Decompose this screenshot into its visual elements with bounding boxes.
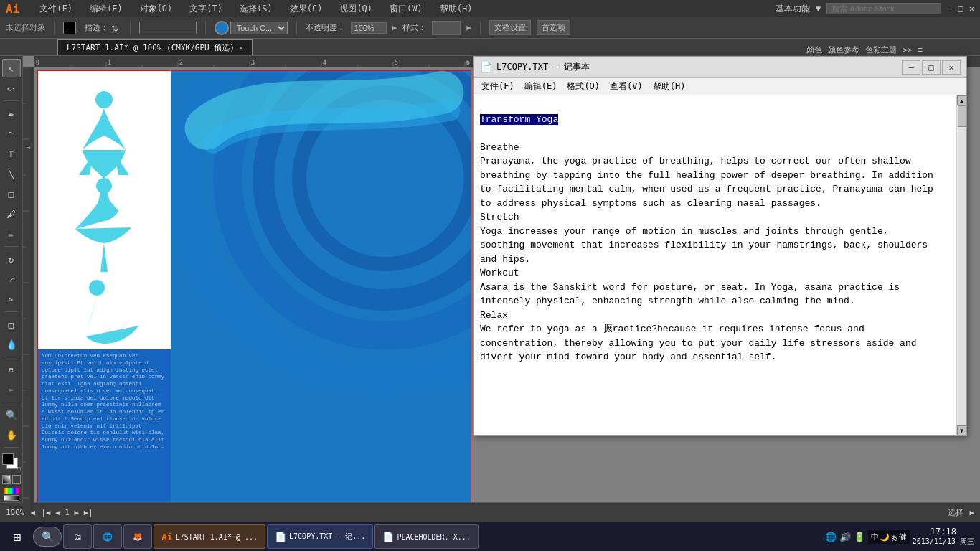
- opacity-arrow[interactable]: ▶: [392, 23, 397, 32]
- notepad-scrollbar[interactable]: ▲ ▼: [956, 95, 966, 435]
- text-block-overlay: Num doloreetum ven esequam ver suscipist…: [38, 349, 171, 511]
- notepad-restore-btn[interactable]: □: [922, 60, 941, 75]
- hand-tool[interactable]: ✋: [2, 425, 21, 444]
- preferences-btn[interactable]: 首选项: [537, 20, 570, 35]
- color-panel-label[interactable]: 颜色: [806, 44, 822, 55]
- color-swatches[interactable]: ⬚: [2, 453, 21, 472]
- tab-close-btn[interactable]: ✕: [239, 44, 243, 52]
- page-prev-step[interactable]: ◀: [55, 508, 60, 517]
- scroll-thumb[interactable]: [958, 105, 966, 127]
- menu-view[interactable]: 视图(Q): [336, 1, 375, 17]
- doc-settings-btn[interactable]: 文档设置: [489, 20, 531, 35]
- rotate-tool[interactable]: ↻: [2, 250, 21, 268]
- notepad-content[interactable]: Transform Yoga Breathe Pranayama, the yo…: [474, 95, 956, 435]
- pen-tool[interactable]: ✒: [2, 104, 21, 123]
- menu-effect[interactable]: 效果(C): [287, 1, 326, 17]
- slice-tool[interactable]: ✄: [2, 380, 21, 399]
- swatch-reset[interactable]: ⬚: [17, 466, 21, 472]
- taskbar-files-btn[interactable]: 🗂: [63, 524, 92, 549]
- page-number: 1: [65, 508, 70, 517]
- start-button[interactable]: ⊞: [3, 524, 32, 549]
- panel-expand-btn[interactable]: >>: [903, 45, 912, 55]
- menu-object[interactable]: 对象(O): [137, 1, 176, 17]
- rect-tool[interactable]: □: [2, 184, 21, 203]
- notepad-menu-edit[interactable]: 编辑(E): [520, 79, 562, 94]
- toolbar-divider-3: [205, 21, 206, 35]
- window-minimize-btn[interactable]: —: [947, 4, 952, 14]
- color-mode-indicator[interactable]: [4, 488, 19, 494]
- tool-separator-1: [4, 100, 19, 101]
- artboard-tool[interactable]: ⊞: [2, 360, 21, 379]
- notepad-minimize-btn[interactable]: —: [902, 60, 920, 75]
- notepad-menu-view[interactable]: 查看(V): [606, 79, 647, 94]
- opacity-input[interactable]: [351, 22, 387, 34]
- window-close-btn[interactable]: ✕: [969, 4, 974, 14]
- color-guide-label[interactable]: 颜色参考: [828, 44, 859, 55]
- battery-icon[interactable]: 🔋: [854, 532, 865, 542]
- document-tab[interactable]: L7START_1.AI* @ 100% (CMYK/GPU 预选) ✕: [57, 39, 253, 55]
- speaker-icon[interactable]: 🔊: [839, 532, 851, 542]
- taskbar-notepad-btn[interactable]: 📄 L7COPY.TXT – 记...: [267, 524, 373, 549]
- tab-filename: L7START_1.AI* @ 100% (CMYK/GPU 预选): [67, 42, 235, 53]
- touch-dropdown[interactable]: Touch C...: [230, 22, 288, 34]
- color-theme-label[interactable]: 色彩主题: [865, 44, 897, 55]
- scroll-down-btn[interactable]: ▼: [957, 425, 967, 435]
- page-prev-btn[interactable]: |◀: [41, 508, 50, 517]
- notepad-menu-format[interactable]: 格式(O): [562, 79, 604, 94]
- content-breathe-heading: Breathe: [480, 142, 519, 153]
- menu-edit[interactable]: 编辑(E): [87, 1, 126, 17]
- eyedropper-tool[interactable]: 💧: [2, 335, 21, 354]
- scale-tool[interactable]: ⤢: [2, 270, 21, 288]
- notepad-menu-help[interactable]: 帮助(H): [649, 79, 690, 94]
- direct-selection-tool[interactable]: ↖·: [2, 79, 21, 98]
- notepad-menu-file[interactable]: 文件(F): [477, 79, 519, 94]
- menu-text[interactable]: 文字(T): [187, 1, 225, 17]
- scroll-up-btn[interactable]: ▲: [957, 95, 967, 105]
- fill-none-indicator[interactable]: [2, 475, 11, 484]
- menu-file[interactable]: 文件(F): [37, 1, 75, 17]
- type-tool[interactable]: T: [2, 144, 21, 163]
- scroll-track: [958, 105, 966, 425]
- clock[interactable]: 17:18 2013/11/13 周三: [913, 527, 974, 547]
- line-tool[interactable]: ╲: [2, 164, 21, 183]
- taskbar-placeholder-btn[interactable]: 📄 PLACEHOLDER.TX...: [374, 524, 478, 549]
- content-stretch-body: Yoga increases your range of motion in m…: [480, 226, 928, 265]
- network-icon[interactable]: 🌐: [825, 532, 837, 542]
- notepad-close-btn[interactable]: ✕: [942, 60, 961, 75]
- style-swatch[interactable]: [432, 21, 461, 35]
- stroke-swatch-small[interactable]: [12, 475, 21, 484]
- taskbar-search-btn[interactable]: 🔍: [33, 527, 62, 547]
- width-tool[interactable]: ⊳: [2, 290, 21, 309]
- selection-tool[interactable]: ↖: [2, 59, 21, 77]
- taskbar-ai-btn[interactable]: Ai L7START_1.AI* @ ...: [154, 524, 265, 549]
- stroke-arrows[interactable]: ⇅: [111, 21, 118, 34]
- menu-select[interactable]: 选择(S): [237, 1, 275, 17]
- workspace-label[interactable]: 基本功能: [776, 3, 810, 15]
- pencil-tool[interactable]: ✏: [2, 225, 21, 243]
- zoom-tool[interactable]: 🔍: [2, 405, 21, 424]
- gradient-indicator[interactable]: [4, 495, 19, 501]
- content-breathe-body: Pranayama, the yoga practice of breathin…: [480, 156, 933, 209]
- menu-help[interactable]: 帮助(H): [437, 1, 476, 17]
- page-next-step[interactable]: ▶: [75, 508, 80, 517]
- ime-indicator[interactable]: 中 🌙 ぁ 健: [868, 530, 910, 544]
- menu-window[interactable]: 窗口(W): [387, 1, 425, 17]
- foreground-swatch[interactable]: [2, 453, 14, 465]
- adobe-stock-search[interactable]: [826, 3, 941, 14]
- panel-options-btn[interactable]: ≡: [918, 45, 923, 55]
- svg-text:6: 6: [466, 60, 470, 66]
- notepad-icon: 📄: [480, 62, 492, 73]
- taskbar-edge-btn[interactable]: 🌐: [93, 524, 122, 549]
- fill-color-swatch[interactable]: [63, 22, 76, 34]
- status-arrows[interactable]: ▶: [969, 508, 974, 517]
- paintbrush-tool[interactable]: 🖌: [2, 204, 21, 223]
- svg-text:1: 1: [26, 146, 32, 149]
- artboard[interactable]: Num doloreetum ven esequam ver suscipist…: [37, 70, 471, 511]
- style-arrow[interactable]: ▶: [466, 23, 471, 32]
- taskbar-firefox-btn[interactable]: 🦊: [123, 524, 152, 549]
- curvature-tool[interactable]: 〜: [2, 124, 21, 143]
- page-next-btn[interactable]: ▶|: [84, 508, 93, 517]
- content-title-selected: Transform Yoga: [480, 114, 558, 125]
- gradient-tool[interactable]: ◫: [2, 315, 21, 334]
- window-restore-btn[interactable]: □: [958, 4, 963, 14]
